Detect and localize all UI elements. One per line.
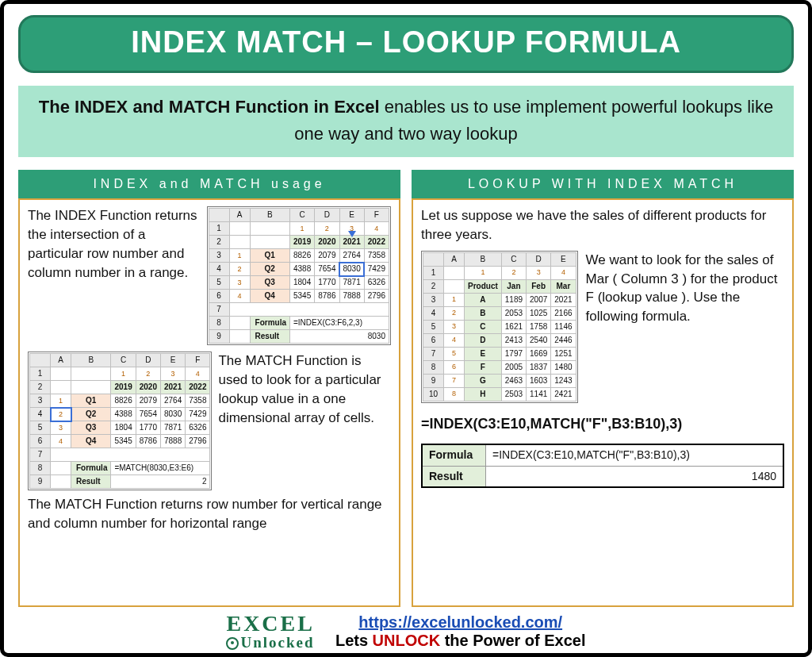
result-box: Formula =INDEX(C3:E10,MATCH("F",B3:B10),… <box>421 444 784 488</box>
result-result-value: 1480 <box>486 467 783 487</box>
footer-tagline: Lets UNLOCK the Power of Excel <box>335 632 586 650</box>
logo-line-1: EXCEL <box>226 611 314 636</box>
match-example-table: A B C D E F 1 1 2 3 4 2 <box>28 352 212 490</box>
left-column: INDEX and MATCH usage The INDEX Function… <box>18 170 400 607</box>
footer: EXCEL Unlocked https://excelunlocked.com… <box>18 607 794 650</box>
lookup-intro: Let us suppose we have the sales of diff… <box>421 206 784 244</box>
keyhole-icon <box>226 637 239 650</box>
right-column-body: Let us suppose we have the sales of diff… <box>412 198 794 607</box>
footer-url[interactable]: https://excelunlocked.com/ <box>335 613 586 632</box>
index-example-table: A B C D E F 1 1 2 3 4 2 <box>207 206 391 345</box>
right-column-header: LOOKUP WITH INDEX MATCH <box>412 170 794 198</box>
result-formula-label: Formula <box>423 445 486 467</box>
logo-line-2: Unlocked <box>240 634 314 651</box>
index-description: The INDEX Function returns the intersect… <box>28 206 201 282</box>
match-description-2: The MATCH Function returns row number fo… <box>28 495 391 533</box>
left-column-body: The INDEX Function returns the intersect… <box>18 198 400 607</box>
lookup-side-text: We want to look for the sales of Mar ( C… <box>586 251 784 326</box>
logo: EXCEL Unlocked <box>226 615 314 648</box>
left-column-header: INDEX and MATCH usage <box>18 170 400 198</box>
lookup-formula: =INDEX(C3:E10,MATCH("F",B3:B10),3) <box>421 414 784 434</box>
subtitle-bold: The INDEX and MATCH Function in Excel <box>39 97 385 117</box>
page-title: INDEX MATCH – LOOKUP FORMULA <box>18 15 794 73</box>
result-result-label: Result <box>423 467 486 487</box>
right-column: LOOKUP WITH INDEX MATCH Let us suppose w… <box>412 170 794 607</box>
result-formula-value: =INDEX(C3:E10,MATCH("F",B3:B10),3) <box>486 445 783 467</box>
match-description: The MATCH Function is used to look for a… <box>218 352 391 427</box>
products-table: A B C D E 1 1 2 3 4 2 Pr <box>421 251 578 403</box>
page-subtitle: The INDEX and MATCH Function in Excel en… <box>18 86 794 157</box>
